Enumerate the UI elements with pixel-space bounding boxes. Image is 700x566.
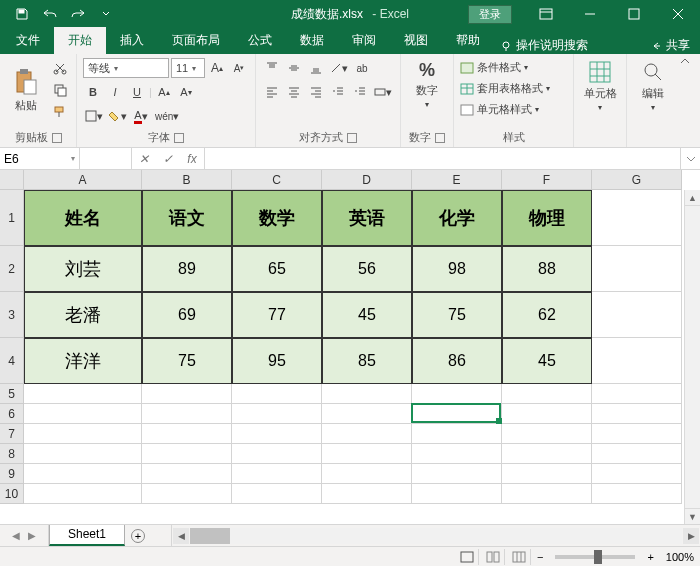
font-grow-a-icon[interactable]: A▴ [154, 82, 174, 102]
col-header-D[interactable]: D [322, 170, 412, 190]
sheet-nav-next-icon[interactable]: ▶ [24, 530, 40, 541]
row-header-8[interactable]: 8 [0, 444, 24, 464]
cell-A1[interactable]: 姓名 [24, 190, 142, 246]
font-shrink-a-icon[interactable]: A▾ [176, 82, 196, 102]
cell-D3[interactable]: 45 [322, 292, 412, 338]
cell-G8[interactable] [592, 444, 682, 464]
cell-A4[interactable]: 洋洋 [24, 338, 142, 384]
select-all-corner[interactable] [0, 170, 24, 190]
row-header-3[interactable]: 3 [0, 292, 24, 338]
ribbon-options-icon[interactable] [524, 0, 568, 28]
align-right-icon[interactable] [306, 82, 326, 102]
cell-D2[interactable]: 56 [322, 246, 412, 292]
redo-icon[interactable] [66, 3, 90, 25]
font-name-combo[interactable]: 等线▾ [83, 58, 169, 78]
save-icon[interactable] [10, 3, 34, 25]
maximize-icon[interactable] [612, 0, 656, 28]
fill-color-icon[interactable]: ▾ [107, 106, 129, 126]
cell-E7[interactable] [412, 424, 502, 444]
align-launcher-icon[interactable] [347, 133, 357, 143]
cell-C1[interactable]: 数学 [232, 190, 322, 246]
cell-E4[interactable]: 86 [412, 338, 502, 384]
normal-view-icon[interactable] [457, 549, 479, 565]
decrease-font-icon[interactable]: A▾ [229, 58, 249, 78]
vertical-scrollbar[interactable]: ▲ ▼ [684, 190, 700, 524]
cell-F5[interactable] [502, 384, 592, 404]
formula-input[interactable] [205, 148, 680, 169]
cell-B4[interactable]: 75 [142, 338, 232, 384]
horizontal-scrollbar[interactable]: ◀ ▶ [171, 525, 700, 546]
cell-D6[interactable] [322, 404, 412, 424]
collapse-ribbon-icon[interactable] [676, 54, 694, 68]
cell-E10[interactable] [412, 484, 502, 504]
decrease-indent-icon[interactable] [328, 82, 348, 102]
cell-B9[interactable] [142, 464, 232, 484]
zoom-slider[interactable] [555, 555, 635, 559]
cell-F7[interactable] [502, 424, 592, 444]
increase-indent-icon[interactable] [350, 82, 370, 102]
share-button[interactable]: 共享 [650, 37, 690, 54]
align-bottom-icon[interactable] [306, 58, 326, 78]
col-header-A[interactable]: A [24, 170, 142, 190]
tab-help[interactable]: 帮助 [442, 27, 494, 54]
col-header-E[interactable]: E [412, 170, 502, 190]
page-layout-view-icon[interactable] [483, 549, 505, 565]
login-button[interactable]: 登录 [468, 5, 512, 24]
cell-F10[interactable] [502, 484, 592, 504]
cells-button[interactable]: 单元格▾ [580, 58, 620, 114]
cancel-formula-icon[interactable]: ✕ [132, 152, 156, 166]
cell-C8[interactable] [232, 444, 322, 464]
cell-A9[interactable] [24, 464, 142, 484]
cell-E5[interactable] [412, 384, 502, 404]
name-box[interactable]: E6▾ [0, 148, 80, 169]
font-launcher-icon[interactable] [174, 133, 184, 143]
col-header-F[interactable]: F [502, 170, 592, 190]
number-launcher-icon[interactable] [435, 133, 445, 143]
cell-C5[interactable] [232, 384, 322, 404]
scroll-down-icon[interactable]: ▼ [685, 508, 700, 524]
cell-B3[interactable]: 69 [142, 292, 232, 338]
wrap-text-icon[interactable]: ab [352, 58, 372, 78]
page-break-view-icon[interactable] [509, 549, 531, 565]
cell-G10[interactable] [592, 484, 682, 504]
fx-icon[interactable]: fx [180, 152, 204, 166]
align-left-icon[interactable] [262, 82, 282, 102]
row-header-10[interactable]: 10 [0, 484, 24, 504]
cell-E2[interactable]: 98 [412, 246, 502, 292]
clipboard-launcher-icon[interactable] [52, 133, 62, 143]
cell-D8[interactable] [322, 444, 412, 464]
align-top-icon[interactable] [262, 58, 282, 78]
cell-G3[interactable] [592, 292, 682, 338]
cell-F9[interactable] [502, 464, 592, 484]
cell-G9[interactable] [592, 464, 682, 484]
font-size-combo[interactable]: 11▾ [171, 58, 205, 78]
cell-D10[interactable] [322, 484, 412, 504]
cell-D9[interactable] [322, 464, 412, 484]
cell-F4[interactable]: 45 [502, 338, 592, 384]
hscroll-right-icon[interactable]: ▶ [683, 528, 699, 544]
orientation-icon[interactable]: ▾ [328, 58, 350, 78]
cell-B2[interactable]: 89 [142, 246, 232, 292]
align-middle-icon[interactable] [284, 58, 304, 78]
copy-icon[interactable] [50, 80, 70, 100]
zoom-out-button[interactable]: − [535, 551, 545, 563]
cell-E1[interactable]: 化学 [412, 190, 502, 246]
undo-icon[interactable] [38, 3, 62, 25]
cell-E3[interactable]: 75 [412, 292, 502, 338]
cell-A5[interactable] [24, 384, 142, 404]
cell-F2[interactable]: 88 [502, 246, 592, 292]
cell-F6[interactable] [502, 404, 592, 424]
cell-C10[interactable] [232, 484, 322, 504]
increase-font-icon[interactable]: A▴ [207, 58, 227, 78]
sheet-tab[interactable]: Sheet1 [49, 525, 125, 546]
cell-A6[interactable] [24, 404, 142, 424]
row-header-7[interactable]: 7 [0, 424, 24, 444]
cell-A8[interactable] [24, 444, 142, 464]
cell-G7[interactable] [592, 424, 682, 444]
sheet-nav-prev-icon[interactable]: ◀ [8, 530, 24, 541]
cell-F8[interactable] [502, 444, 592, 464]
cell-G5[interactable] [592, 384, 682, 404]
tab-formula[interactable]: 公式 [234, 27, 286, 54]
number-format-button[interactable]: % 数字 ▾ [407, 58, 447, 111]
underline-button[interactable]: U [127, 82, 147, 102]
